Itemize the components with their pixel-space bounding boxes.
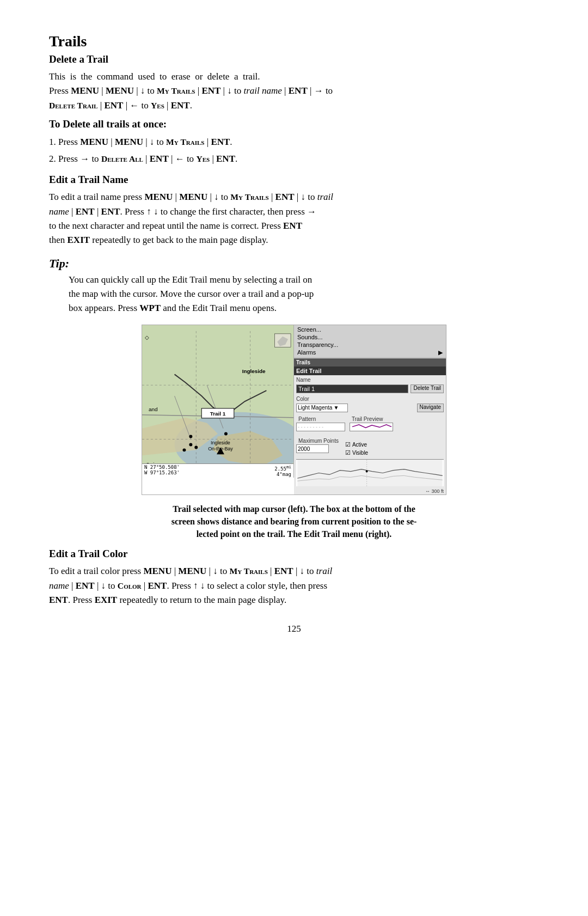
elevation-chart: [296, 459, 444, 486]
scale-bar: ↔ 300 ft: [294, 488, 446, 494]
color-dropdown[interactable]: Light Magenta ▼: [296, 404, 348, 412]
coord-n: N 27°50.508': [144, 465, 180, 470]
menu-screen[interactable]: Screen...: [296, 326, 444, 333]
navigate-btn[interactable]: Navigate: [417, 404, 444, 412]
active-checkbox-row[interactable]: ☑ Active: [345, 441, 368, 448]
edit-trail-header: Edit Trail: [294, 367, 446, 375]
section-heading-edit-color: Edit a Trail Color: [49, 548, 539, 560]
pattern-row: Pattern - - - - - - - - - Trail Preview: [294, 413, 446, 432]
svg-point-20: [194, 445, 198, 449]
coord-w: W 97°15.263': [144, 470, 180, 475]
section-heading-delete: Delete a Trail: [49, 53, 539, 65]
step-1: 1. Press MENU | MENU | ↓ to My Trails | …: [49, 135, 539, 149]
menu-alarms[interactable]: Alarms▶: [296, 349, 444, 357]
figure-container: Trail 1 Ingleside and Ingleside On-the-B…: [49, 325, 539, 495]
page-number: 125: [49, 624, 539, 634]
tip-body: You can quickly call up the Edit Trail m…: [69, 273, 539, 316]
menu-sounds[interactable]: Sounds...: [296, 333, 444, 341]
color-label: Color: [296, 396, 446, 402]
svg-text:Trail 1: Trail 1: [210, 411, 226, 417]
ui-menu-bar: Screen... Sounds... Transparency... Alar…: [294, 325, 446, 358]
svg-point-29: [366, 470, 368, 472]
trails-section-header: Trails: [294, 358, 446, 367]
figure-caption: Trail selected with map cursor (left). T…: [49, 503, 539, 541]
delete-trail-para: This is the command used to erase or del…: [49, 70, 539, 113]
menu-transparency[interactable]: Transparency...: [296, 341, 444, 349]
edit-trail-name-para: To edit a trail name press MENU | MENU |…: [49, 190, 539, 247]
step-2: 2. Press → to Delete All | ENT | ← to Ye…: [49, 151, 539, 166]
map-panel: Trail 1 Ingleside and Ingleside On-the-B…: [142, 325, 294, 478]
figure-inner: Trail 1 Ingleside and Ingleside On-the-B…: [142, 325, 446, 495]
steps-list: 1. Press MENU | MENU | ↓ to My Trails | …: [49, 135, 539, 166]
coords-bar: N 27°50.508' W 97°15.263' 2.55mi 4°mag: [142, 463, 293, 478]
visible-checkbox-row[interactable]: ☑ Visible: [345, 449, 368, 456]
section-heading-edit-name: Edit a Trail Name: [49, 174, 539, 186]
tip-heading: Tip:: [49, 257, 539, 271]
max-points-row: Maximum Points 2000 ☑ Active ☑ Visible: [294, 432, 446, 457]
delete-trail-btn[interactable]: Delete Trail: [411, 384, 444, 393]
svg-text:Ingleside: Ingleside: [242, 368, 266, 374]
ui-panel: Screen... Sounds... Transparency... Alar…: [294, 325, 446, 494]
svg-point-19: [189, 443, 192, 446]
checkbox-group: ☑ Active ☑ Visible: [345, 441, 368, 456]
dist-value: 2.55mi: [274, 465, 291, 472]
svg-point-17: [224, 432, 228, 435]
name-input[interactable]: Trail 1: [296, 384, 408, 393]
scale-value: ↔ 300 ft: [425, 488, 444, 494]
trail-preview-label: Trail Preview: [352, 416, 393, 422]
trail-preview-box: [350, 423, 393, 431]
edit-trail-color-para: To edit a trail color press MENU | MENU …: [49, 564, 539, 607]
svg-text:Ingleside: Ingleside: [211, 440, 230, 445]
sub-heading-delete-all: To Delete all trails at once:: [49, 118, 539, 130]
color-value: Light Magenta: [298, 405, 332, 411]
svg-text:◇: ◇: [145, 334, 149, 340]
active-label: Active: [352, 442, 367, 448]
visible-label: Visible: [352, 450, 368, 456]
name-label: Name: [296, 377, 446, 383]
name-row: Trail 1 Delete Trail: [294, 383, 446, 394]
max-points-input[interactable]: 2000: [296, 444, 329, 453]
pattern-box[interactable]: - - - - - - - - -: [296, 423, 345, 431]
svg-point-18: [189, 435, 192, 438]
svg-point-21: [182, 448, 186, 451]
max-points-label: Maximum Points: [298, 438, 339, 444]
bearing-value: 4°mag: [274, 472, 291, 477]
pattern-label: Pattern: [298, 416, 345, 422]
page-title: Trails: [49, 33, 539, 50]
svg-text:and: and: [149, 406, 158, 412]
color-row: Light Magenta ▼ Navigate: [294, 402, 446, 413]
